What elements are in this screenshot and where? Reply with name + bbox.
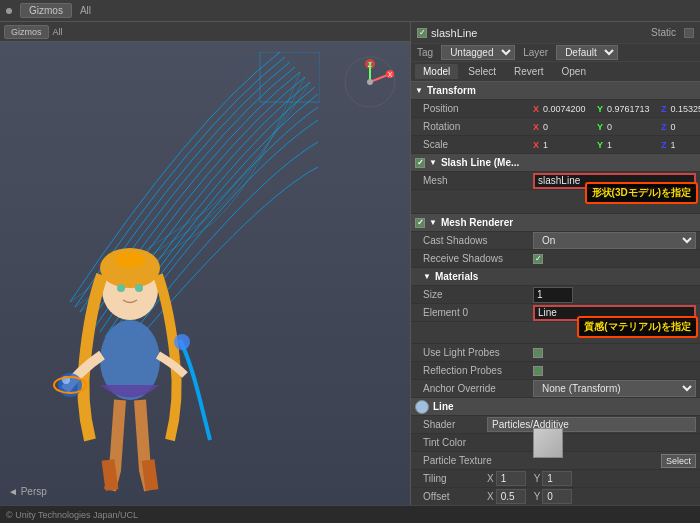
rot-x-value: 0 <box>543 122 593 132</box>
tiling-y-item: Y <box>534 471 573 486</box>
svg-point-5 <box>117 284 125 292</box>
materials-size-label: Size <box>423 289 533 300</box>
scale-value: X 1 Y 1 Z 1 <box>533 140 700 150</box>
tiling-xy: X Y <box>487 471 572 486</box>
viewport-toolbar: Gizmos All <box>0 22 410 42</box>
inspector-body[interactable]: ▼ Transform Position X 0.0074200 Y 0.976… <box>411 82 700 505</box>
position-label: Position <box>423 103 533 114</box>
tiling-x-label: X <box>487 473 494 484</box>
offset-x-input[interactable] <box>496 489 526 504</box>
position-row: Position X 0.0074200 Y 0.9761713 Z 0.153… <box>411 100 700 118</box>
tag-select[interactable]: Untagged <box>441 45 515 60</box>
anchor-value: None (Transform) <box>533 380 696 397</box>
toolbar-all: All <box>53 27 63 37</box>
slashline-triangle: ▼ <box>429 158 437 167</box>
cast-shadows-select[interactable]: On <box>533 232 696 249</box>
tab-select[interactable]: Select <box>460 64 504 79</box>
rot-y-value: 0 <box>607 122 657 132</box>
light-probes-checkbox[interactable] <box>533 348 543 358</box>
receive-shadows-label: Receive Shadows <box>423 253 533 264</box>
reflection-probes-row: Reflection Probes <box>411 362 700 380</box>
particle-texture-label: Particle Texture <box>423 455 533 466</box>
reflection-probes-checkbox[interactable] <box>533 366 543 376</box>
reflection-probes-label: Reflection Probes <box>423 365 533 376</box>
offset-x-label: X <box>487 491 494 502</box>
transform-triangle: ▼ <box>415 86 423 95</box>
tab-revert[interactable]: Revert <box>506 64 551 79</box>
materials-triangle: ▼ <box>423 272 431 281</box>
reflection-probes-value <box>533 366 696 376</box>
tiling-label: Tiling <box>423 473 483 484</box>
viewport-scene: Z X ◄ Persp <box>0 42 410 505</box>
inspector-tabs: Model Select Revert Open <box>411 62 700 82</box>
viewport-gizmo[interactable]: Z X <box>340 52 400 112</box>
viewport[interactable]: Gizmos All <box>0 22 410 505</box>
tint-color-label: Tint Color <box>423 437 533 448</box>
copyright-text: © Unity Technologies Japan/UCL <box>6 510 138 520</box>
receive-shadows-value: ✓ <box>533 254 696 264</box>
rot-y-label: Y <box>597 122 603 132</box>
mesh-renderer-header[interactable]: ✓ ▼ Mesh Renderer <box>411 214 700 232</box>
light-probes-row: Use Light Probes <box>411 344 700 362</box>
svg-point-6 <box>135 284 143 292</box>
static-toggle[interactable] <box>684 28 694 38</box>
slashline-section-header[interactable]: ✓ ▼ Slash Line (Me... <box>411 154 700 172</box>
rot-x-label: X <box>533 122 539 132</box>
line-material-header[interactable]: Line <box>411 398 700 416</box>
pos-z-value: 0.1532517 <box>671 104 700 114</box>
scale-y-label: Y <box>597 140 603 150</box>
receive-shadows-row: Receive Shadows ✓ <box>411 250 700 268</box>
slashline-title: Slash Line (Me... <box>441 157 519 168</box>
materials-size-row: Size <box>411 286 700 304</box>
shader-label: Shader <box>423 419 483 430</box>
slashline-checkbox[interactable]: ✓ <box>415 158 425 168</box>
mesh-renderer-checkbox[interactable]: ✓ <box>415 218 425 228</box>
tiling-y-label: Y <box>534 473 541 484</box>
transform-section-header[interactable]: ▼ Transform <box>411 82 700 100</box>
svg-rect-0 <box>260 52 320 102</box>
materials-label: Materials <box>435 271 478 282</box>
svg-point-7 <box>115 252 145 268</box>
cast-shadows-row: Cast Shadows On <box>411 232 700 250</box>
materials-size-value <box>533 287 696 303</box>
materials-size-input[interactable] <box>533 287 573 303</box>
scale-y-value: 1 <box>607 140 657 150</box>
particle-texture-value: Select <box>533 454 696 468</box>
offset-y-label: Y <box>534 491 541 502</box>
toolbar-gizmos[interactable]: Gizmos <box>4 25 49 39</box>
tint-color-row: Tint Color <box>411 434 700 452</box>
rotation-label: Rotation <box>423 121 533 132</box>
cast-shadows-value: On <box>533 232 696 249</box>
pos-x-value: 0.0074200 <box>543 104 593 114</box>
mesh-annotation-row: 形状(3Dモデル)を指定 <box>411 190 700 214</box>
rotation-row: Rotation X 0 Y 0 Z 0 <box>411 118 700 136</box>
offset-label: Offset <box>423 491 483 502</box>
materials-header[interactable]: ▼ Materials <box>411 268 700 286</box>
select-texture-button[interactable]: Select <box>661 454 696 468</box>
tiling-row: Tiling X Y <box>411 470 700 488</box>
layer-select[interactable]: Default <box>556 45 618 60</box>
main-content: Gizmos All <box>0 22 700 505</box>
tag-row: Tag Untagged Layer Default <box>411 44 700 62</box>
scale-label: Scale <box>423 139 533 150</box>
cast-shadows-label: Cast Shadows <box>423 235 533 246</box>
receive-shadows-checkbox[interactable]: ✓ <box>533 254 543 264</box>
offset-row: Offset X Y <box>411 488 700 505</box>
tiling-y-input[interactable] <box>542 471 572 486</box>
element-annotation-row: 質感(マテリアル)を指定 <box>411 322 700 344</box>
element0-label: Element 0 <box>423 307 533 318</box>
gizmos-button[interactable]: Gizmos <box>20 3 72 18</box>
offset-y-input[interactable] <box>542 489 572 504</box>
tiling-x-input[interactable] <box>496 471 526 486</box>
anchor-select[interactable]: None (Transform) <box>533 380 696 397</box>
top-bar: Gizmos All <box>0 0 700 22</box>
scale-row: Scale X 1 Y 1 Z 1 <box>411 136 700 154</box>
position-value: X 0.0074200 Y 0.9761713 Z 0.1532517 <box>533 104 700 114</box>
tab-open[interactable]: Open <box>554 64 594 79</box>
object-active-checkbox[interactable]: ✓ <box>417 28 427 38</box>
mesh-label: Mesh <box>423 175 533 186</box>
object-name: slashLine <box>431 27 647 39</box>
tab-model[interactable]: Model <box>415 64 458 79</box>
svg-text:X: X <box>388 71 393 78</box>
rot-z-label: Z <box>661 122 667 132</box>
